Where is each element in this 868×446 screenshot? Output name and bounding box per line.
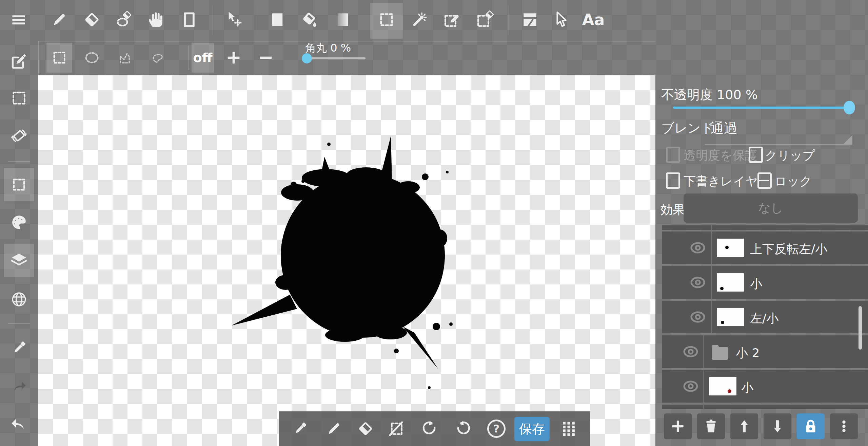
sidebar-divider	[38, 41, 39, 75]
layer-row[interactable]: 左/小	[662, 301, 868, 333]
panel-divide-tool-button[interactable]	[514, 3, 546, 36]
material-mesh-button[interactable]	[3, 283, 35, 316]
rotate-canvas-ccw-button[interactable]	[413, 412, 445, 445]
layer-name: 左/小	[750, 310, 778, 327]
deselect-button[interactable]	[380, 412, 413, 445]
lock-layer-button-active[interactable]	[797, 413, 825, 439]
corner-radius-slider[interactable]	[306, 57, 366, 59]
protect-alpha-checkbox[interactable]	[666, 147, 680, 163]
move-tool-button[interactable]	[218, 3, 251, 36]
layer-folder-row[interactable]: 小 2	[662, 335, 868, 368]
layer-thumbnail	[717, 308, 744, 326]
lock-label: ロック	[774, 173, 812, 190]
hand-pan-tool-button[interactable]	[139, 3, 172, 36]
add-layer-button[interactable]	[664, 413, 692, 439]
lock-checkbox[interactable]	[757, 172, 772, 189]
help-button[interactable]: ?	[480, 412, 513, 445]
layer-row[interactable]: 上下反転左/小	[662, 231, 868, 264]
rect-select-shape-button[interactable]	[43, 41, 76, 74]
eraser-tool-button[interactable]	[76, 3, 108, 36]
medibang-paint-app: Aa off 角丸 0 %	[0, 0, 868, 446]
gradient-tool-button[interactable]	[327, 3, 359, 36]
effect-label: 効果	[660, 202, 685, 218]
delete-layer-button[interactable]	[697, 413, 725, 439]
zoom-in-button[interactable]	[217, 41, 250, 74]
undo-button[interactable]	[3, 408, 35, 441]
text-tool-label: Aa	[582, 11, 605, 29]
zoom-out-button[interactable]	[250, 41, 282, 74]
layer-row[interactable]: 小	[662, 266, 868, 299]
toolbar-grid-handle-icon[interactable]	[553, 412, 585, 445]
layer-visibility-eye-icon[interactable]	[690, 311, 706, 323]
quick-eyedropper-button[interactable]	[284, 412, 316, 445]
lasso-eraser-tool-button[interactable]	[108, 3, 141, 36]
opacity-label: 不透明度 100 %	[661, 86, 758, 104]
layers-panel-button[interactable]	[3, 244, 35, 277]
quick-pen-button[interactable]	[318, 412, 350, 445]
layer-visibility-eye-icon[interactable]	[690, 276, 706, 289]
clip-checkbox[interactable]	[749, 147, 763, 163]
main-menu-button[interactable]	[2, 3, 35, 36]
magic-wand-tool-button[interactable]	[403, 3, 435, 36]
opacity-slider-knob[interactable]	[844, 101, 855, 114]
select-pen-tool-button[interactable]	[435, 3, 468, 36]
effect-dropdown[interactable]: なし	[684, 193, 858, 223]
blend-label: ブレンド	[661, 119, 714, 137]
blend-dropdown-corner-icon[interactable]	[844, 135, 852, 144]
frame-tool-button[interactable]	[173, 3, 205, 36]
layer-thumbnail	[717, 273, 744, 292]
quick-eraser-button[interactable]	[349, 412, 382, 445]
layer-visibility-eye-icon[interactable]	[683, 380, 698, 392]
opacity-slider[interactable]	[673, 107, 851, 109]
layer-name: 上下反転左/小	[750, 241, 827, 258]
blend-dropdown-underline	[705, 144, 852, 145]
layer-row[interactable]: 小	[662, 370, 868, 403]
layer-row-partial-top[interactable]	[662, 225, 868, 230]
ink-splat-artwork	[38, 75, 655, 446]
draft-layer-checkbox[interactable]	[666, 172, 680, 189]
off-label: off	[193, 50, 213, 65]
paint-bucket-tool-button[interactable]	[294, 3, 326, 36]
transform-rotate-button[interactable]	[3, 119, 35, 152]
divider	[189, 45, 189, 70]
clip-label: クリップ	[765, 147, 815, 164]
layer-thumbnail	[709, 377, 736, 395]
text-tool-button[interactable]: Aa	[577, 3, 610, 36]
fill-rect-tool-button[interactable]	[261, 3, 294, 36]
divider	[257, 5, 257, 35]
layer-name: 小 2	[736, 345, 760, 361]
color-palette-button[interactable]	[3, 206, 35, 239]
redo-button-disabled[interactable]	[3, 370, 35, 403]
operate-pointer-tool-button[interactable]	[545, 3, 577, 36]
polygon-select-shape-button[interactable]	[108, 41, 141, 74]
protect-alpha-label: 透明度を保護	[684, 147, 757, 164]
layer-name: 小	[750, 276, 762, 292]
layer-thumbnail	[717, 239, 744, 257]
folder-icon	[710, 343, 729, 361]
layers-scrollbar[interactable]	[859, 306, 862, 350]
layer-row-partial-bottom[interactable]	[662, 405, 868, 409]
divider	[8, 161, 30, 162]
new-edit-button[interactable]	[3, 45, 35, 78]
layer-visibility-eye-icon[interactable]	[690, 242, 706, 254]
select-eraser-tool-button[interactable]	[468, 3, 501, 36]
eyedropper-button[interactable]	[3, 332, 35, 364]
layer-more-menu-button[interactable]	[830, 413, 858, 439]
save-button[interactable]: 保存	[514, 417, 550, 441]
sidebar-select-button[interactable]	[3, 82, 35, 114]
rotate-canvas-cw-button[interactable]	[448, 412, 480, 445]
selection-off-button[interactable]: off	[192, 43, 214, 73]
layer-visibility-eye-icon[interactable]	[683, 346, 698, 358]
pen-tool-button[interactable]	[43, 3, 76, 36]
lasso-select-shape-button[interactable]	[141, 41, 174, 74]
blend-value[interactable]: 通過	[710, 119, 737, 137]
sidebar-marquee-button[interactable]	[3, 168, 35, 201]
save-label: 保存	[519, 421, 545, 438]
move-layer-down-button[interactable]	[764, 413, 791, 439]
divider	[509, 5, 509, 35]
ellipse-select-shape-button[interactable]	[76, 41, 108, 74]
move-layer-up-button[interactable]	[730, 413, 758, 439]
corner-radius-slider-knob[interactable]	[302, 53, 312, 63]
layer-name: 小	[741, 379, 753, 396]
select-tool-button[interactable]	[370, 3, 403, 36]
